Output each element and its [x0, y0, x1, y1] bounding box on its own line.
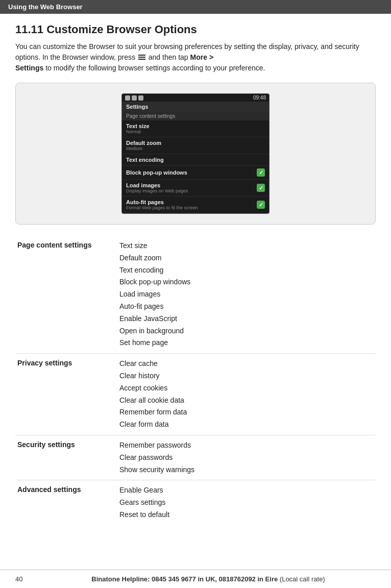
phone-menu-item: Text encoding: [122, 154, 269, 166]
main-content: 11.11 Customize Browser Options You can …: [0, 14, 391, 570]
phone-item-title: Load images: [126, 182, 188, 188]
phone-item-subtitle: Format Web pages to fit the screen: [126, 205, 198, 210]
settings-row: Privacy settingsClear cache Clear histor…: [15, 354, 376, 435]
top-bar-label: Using the Web Browser: [8, 3, 83, 11]
footer-page-number: 40: [15, 575, 31, 583]
footer: 40 Binatone Helpline: 0845 345 9677 in U…: [0, 570, 391, 588]
phone-item-title: Auto-fit pages: [126, 199, 198, 205]
section-label: Advanced settings: [15, 480, 117, 525]
phone-menu-item: Block pop-up windows✓: [122, 166, 269, 180]
top-bar: Using the Web Browser: [0, 0, 391, 14]
phone-screen: 09:48 Settings Page content settings Tex…: [121, 93, 270, 214]
settings-row: Page content settingsText size Default z…: [15, 236, 376, 354]
section-items: Enable Gears Gears settings Reset to def…: [117, 480, 376, 525]
phone-item-title: Block pop-up windows: [126, 169, 187, 176]
phone-item-title: Text size: [126, 123, 150, 129]
section-label: Security settings: [15, 435, 117, 480]
settings-row: Advanced settingsEnable Gears Gears sett…: [15, 480, 376, 525]
phone-menu-item: Load imagesDisplay images on Web pages✓: [122, 180, 269, 197]
phone-item-subtitle: Display images on Web pages: [126, 188, 188, 193]
intro-text-2: and then tap: [149, 53, 188, 61]
phone-menu-item: Auto-fit pagesFormat Web pages to fit th…: [122, 197, 269, 213]
footer-helpline-text: Binatone Helpline: 0845 345 9677 in UK, …: [91, 575, 278, 583]
footer-helpline: Binatone Helpline: 0845 345 9677 in UK, …: [41, 575, 376, 583]
footer-note: (Local call rate): [280, 575, 325, 583]
wifi-icon: [132, 95, 137, 101]
checkbox-checked-icon: ✓: [257, 201, 265, 209]
section-label: Page content settings: [15, 236, 117, 354]
menu-icon: [138, 55, 145, 61]
phone-section-header: Page content settings: [122, 112, 269, 120]
page-title: 11.11 Customize Browser Options: [15, 23, 376, 36]
phone-items-list: Text sizeNormalDefault zoomMediumText en…: [122, 120, 269, 213]
phone-item-title: Default zoom: [126, 140, 161, 146]
phone-status-icons: [125, 95, 143, 101]
phone-menu-item: Text sizeNormal: [122, 120, 269, 137]
settings-bold: Settings: [15, 64, 43, 72]
battery-icon: [138, 95, 143, 101]
screenshot-box: 09:48 Settings Page content settings Tex…: [15, 83, 376, 225]
intro-paragraph: You can customize the Browser to suit yo…: [15, 41, 376, 74]
phone-title-bar: Settings: [122, 102, 269, 112]
phone-menu-item: Default zoomMedium: [122, 137, 269, 154]
phone-status-bar: 09:48: [122, 94, 269, 102]
settings-row: Security settingsRemember passwords Clea…: [15, 435, 376, 480]
phone-time: 09:48: [253, 95, 266, 101]
phone-item-subtitle: Medium: [126, 146, 161, 151]
section-items: Text size Default zoom Text encoding Blo…: [117, 236, 376, 354]
section-items: Remember passwords Clear passwords Show …: [117, 435, 376, 480]
phone-item-title: Text encoding: [126, 157, 164, 163]
more-bold: More >: [190, 53, 214, 61]
phone-item-subtitle: Normal: [126, 129, 150, 134]
section-label: Privacy settings: [15, 354, 117, 435]
checkbox-checked-icon: ✓: [257, 168, 265, 177]
section-items: Clear cache Clear history Accept cookies…: [117, 354, 376, 435]
intro-text-3: to modify the following browser settings…: [45, 64, 265, 72]
checkbox-checked-icon: ✓: [257, 184, 265, 192]
settings-table: Page content settingsText size Default z…: [15, 236, 376, 525]
signal-icon: [125, 95, 130, 101]
